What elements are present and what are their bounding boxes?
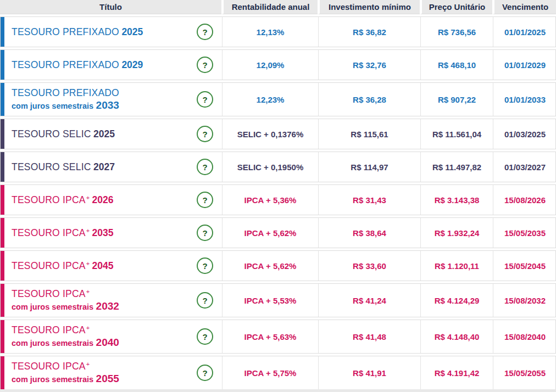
annual-rate-cell: SELIC + 0,1376%	[222, 119, 318, 149]
table-row[interactable]: TESOURO PREFIXADO 2025 ? 12,13% R$ 36,82…	[0, 16, 556, 47]
help-button[interactable]: ?	[197, 257, 213, 274]
column-header-rentabilidade-anual: Rentabilidade anual	[221, 0, 318, 14]
minimum-investment-cell: R$ 33,60	[318, 251, 420, 281]
annual-rate-cell: IPCA + 5,53%	[222, 284, 318, 317]
bond-name: TESOURO IPCA	[12, 361, 86, 372]
bond-title[interactable]: TESOURO IPCA+ com juros semestrais 2032	[12, 288, 197, 312]
column-header-vencimento: Vencimento	[492, 0, 556, 14]
bond-year: 2035	[92, 227, 114, 238]
bond-title-cell: TESOURO IPCA+ com juros semestrais 2040 …	[1, 320, 222, 353]
bond-name-line: TESOURO IPCA+	[12, 324, 197, 336]
maturity-date-cell: 01/01/2025	[493, 17, 556, 47]
help-button[interactable]: ?	[197, 159, 213, 175]
bond-plus-superscript: +	[86, 324, 90, 331]
bond-plus-superscript: +	[86, 194, 90, 201]
bond-title[interactable]: TESOURO IPCA+ com juros semestrais 2055	[12, 361, 197, 385]
bond-name-line: TESOURO SELIC 2025	[12, 128, 197, 140]
minimum-investment-cell: R$ 41,48	[318, 320, 420, 353]
bond-accent-bar	[1, 185, 4, 215]
table-row[interactable]: TESOURO IPCA+ com juros semestrais 2032 …	[0, 283, 556, 317]
bond-plus-superscript: +	[86, 227, 90, 234]
question-mark-icon: ?	[202, 261, 207, 271]
bond-name: TESOURO PREFIXADO	[12, 87, 119, 98]
unit-price-cell: R$ 907,22	[420, 83, 493, 116]
unit-price-cell: R$ 468,10	[420, 50, 493, 80]
bond-title[interactable]: TESOURO IPCA+ 2026	[12, 194, 197, 206]
help-button[interactable]: ?	[197, 24, 213, 40]
bond-accent-bar	[1, 218, 4, 248]
table-header-row: Título Rentabilidade anual Investimento …	[0, 0, 556, 14]
bond-accent-bar	[1, 356, 4, 389]
bond-subtitle-line: com juros semestrais 2032	[12, 300, 197, 312]
minimum-investment-cell: R$ 38,64	[318, 218, 420, 248]
help-button[interactable]: ?	[197, 225, 213, 241]
bond-name: TESOURO PREFIXADO	[12, 59, 119, 70]
help-button[interactable]: ?	[197, 57, 213, 73]
help-button[interactable]: ?	[197, 126, 213, 142]
question-mark-icon: ?	[202, 163, 207, 172]
bond-accent-bar	[1, 320, 4, 353]
help-button[interactable]: ?	[197, 328, 213, 345]
table-row[interactable]: TESOURO IPCA+ com juros semestrais 2040 …	[0, 320, 556, 354]
table-row[interactable]: TESOURO SELIC 2027 ? SELIC + 0,1950% R$ …	[0, 152, 556, 182]
bond-year: 2025	[93, 128, 115, 139]
minimum-investment-cell: R$ 115,61	[318, 119, 420, 149]
column-header-investimento-minimo: Investimento mínimo	[318, 0, 420, 14]
help-button[interactable]: ?	[197, 91, 213, 108]
maturity-date-cell: 15/08/2040	[493, 320, 556, 353]
bond-year: 2040	[96, 337, 119, 348]
minimum-investment-cell: R$ 41,91	[318, 356, 420, 389]
table-row[interactable]: TESOURO IPCA+ 2026 ? IPCA + 5,36% R$ 31,…	[0, 184, 556, 215]
unit-price-cell: R$ 736,56	[420, 17, 493, 47]
bond-plus-superscript: +	[86, 288, 90, 295]
bond-accent-bar	[1, 251, 4, 281]
bond-title[interactable]: TESOURO SELIC 2027	[12, 161, 197, 173]
maturity-date-cell: 15/05/2045	[493, 251, 556, 281]
bond-name-line: TESOURO IPCA+ 2026	[12, 194, 197, 206]
question-mark-icon: ?	[202, 195, 207, 205]
maturity-date-cell: 15/08/2032	[493, 284, 556, 317]
bond-title-cell: TESOURO IPCA+ com juros semestrais 2032 …	[1, 284, 222, 317]
annual-rate-cell: IPCA + 5,75%	[222, 356, 318, 389]
table-row[interactable]: TESOURO IPCA+ 2045 ? IPCA + 5,62% R$ 33,…	[0, 250, 556, 281]
table-row[interactable]: TESOURO IPCA+ com juros semestrais 2055 …	[0, 356, 556, 390]
table-row[interactable]: TESOURO SELIC 2025 ? SELIC + 0,1376% R$ …	[0, 119, 556, 149]
unit-price-cell: R$ 4.124,29	[420, 284, 493, 317]
table-row[interactable]: TESOURO PREFIXADO com juros semestrais 2…	[0, 82, 556, 116]
bond-year: 2045	[92, 260, 114, 271]
bond-subtitle-line: com juros semestrais 2055	[12, 373, 197, 385]
bond-accent-bar	[1, 50, 4, 80]
bond-title[interactable]: TESOURO IPCA+ 2045	[12, 260, 197, 272]
help-button[interactable]: ?	[197, 192, 213, 208]
help-button[interactable]: ?	[197, 365, 213, 381]
table-row[interactable]: TESOURO PREFIXADO 2029 ? 12,09% R$ 32,76…	[0, 49, 556, 80]
table-row[interactable]: TESOURO IPCA+ 2035 ? IPCA + 5,62% R$ 38,…	[0, 217, 556, 248]
bond-subtitle-line: com juros semestrais 2033	[12, 99, 197, 111]
bond-title-cell: TESOURO PREFIXADO com juros semestrais 2…	[1, 83, 222, 116]
bond-title[interactable]: TESOURO PREFIXADO 2025	[12, 26, 197, 38]
bond-title[interactable]: TESOURO SELIC 2025	[12, 128, 197, 140]
help-button[interactable]: ?	[197, 292, 213, 309]
unit-price-cell: R$ 3.143,38	[420, 185, 493, 215]
minimum-investment-cell: R$ 36,82	[318, 17, 420, 47]
bond-name-line: TESOURO PREFIXADO 2025	[12, 26, 197, 38]
bond-title-cell: TESOURO SELIC 2025 ?	[1, 119, 222, 149]
bond-name: TESOURO IPCA	[12, 288, 86, 299]
unit-price-cell: R$ 11.497,82	[420, 152, 493, 182]
bond-plus-superscript: +	[86, 260, 90, 267]
bond-name: TESOURO IPCA	[12, 194, 86, 205]
bond-year: 2033	[96, 99, 119, 111]
bond-title[interactable]: TESOURO IPCA+ com juros semestrais 2040	[12, 324, 197, 349]
question-mark-icon: ?	[202, 332, 207, 341]
bond-title[interactable]: TESOURO PREFIXADO 2029	[12, 59, 197, 71]
bond-year: 2026	[92, 194, 114, 205]
bond-title[interactable]: TESOURO PREFIXADO com juros semestrais 2…	[12, 87, 197, 111]
question-mark-icon: ?	[202, 95, 207, 104]
annual-rate-cell: 12,23%	[222, 83, 318, 116]
annual-rate-cell: IPCA + 5,62%	[222, 218, 318, 248]
bond-subtitle: com juros semestrais	[12, 303, 93, 311]
bond-title[interactable]: TESOURO IPCA+ 2035	[12, 227, 197, 239]
bond-subtitle: com juros semestrais	[12, 102, 93, 110]
bond-title-cell: TESOURO PREFIXADO 2025 ?	[1, 17, 222, 47]
question-mark-icon: ?	[202, 228, 207, 238]
